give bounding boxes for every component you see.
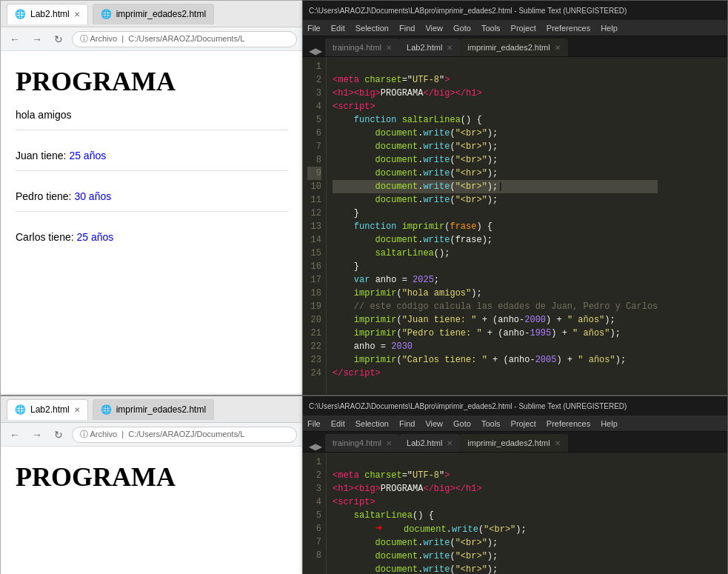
divider-1: [16, 130, 288, 130]
reload-button-top[interactable]: ↻: [51, 32, 66, 47]
page-title-top: PROGRAMA: [16, 66, 288, 97]
code-content-top: <meta charset="UTF-8"> <h1><big>PROGRAMA…: [327, 57, 664, 394]
tab-training4-top[interactable]: training4.html ✕: [325, 39, 399, 56]
carlos-line: Carlos tiene: 25 años: [16, 231, 288, 243]
sublime-tabbar-top: ◀▶ training4.html ✕ Lab2.html ✕ imprimir…: [303, 36, 727, 57]
menu-file-bottom[interactable]: File: [307, 419, 321, 428]
reload-button-bottom[interactable]: ↻: [51, 427, 66, 442]
code-content-bottom: <meta charset="UTF-8"> <h1><big>PROGRAMA…: [327, 453, 532, 574]
browser-titlebar-bottom: 🌐 Lab2.html ✕ 🌐 imprimir_edades2.html: [1, 396, 303, 423]
tab-icon-lab2: 🌐: [15, 9, 26, 19]
tab-label-lab2: Lab2.html: [30, 9, 70, 19]
menu-file-top[interactable]: File: [307, 24, 321, 33]
tab-imprimir-sublime-close-bottom[interactable]: ✕: [555, 439, 561, 447]
tab-training4-bottom[interactable]: training4.html ✕: [325, 434, 399, 452]
sublime-title-bottom: C:\Users\ARAOZJ\Documents\LABpro\imprimi…: [309, 402, 627, 410]
red-arrow-indicator: ➜: [375, 522, 383, 535]
menu-preferences-bottom[interactable]: Preferences: [547, 419, 590, 428]
sublime-menubar-top: File Edit Selection Find View Goto Tools…: [303, 20, 727, 36]
menu-find-top[interactable]: Find: [399, 24, 415, 33]
browser-addressbar-bottom: ← → ↻ ⓘ Archivo | C:/Users/ARAOZJ/Docume…: [1, 423, 303, 447]
menu-find-bottom[interactable]: Find: [399, 419, 415, 428]
sublime-menubar-bottom: File Edit Selection Find View Goto Tools…: [303, 416, 727, 432]
menu-tools-bottom[interactable]: Tools: [481, 419, 501, 428]
tab-lab2-sublime-bottom[interactable]: Lab2.html ✕: [399, 434, 460, 452]
menu-edit-bottom[interactable]: Edit: [331, 419, 345, 428]
tab-lab2-sublime-top[interactable]: Lab2.html ✕: [399, 39, 460, 56]
tab-imprimir-sublime-bottom[interactable]: imprimir_edades2.html ✕: [460, 434, 567, 452]
tab-imprimir-sublime-close[interactable]: ✕: [555, 44, 561, 52]
carlos-value: 25 años: [76, 231, 113, 243]
tab-lab2-top[interactable]: 🌐 Lab2.html ✕: [7, 4, 88, 24]
tab-training4-close-bottom[interactable]: ✕: [386, 439, 392, 447]
menu-selection-bottom[interactable]: Selection: [355, 419, 389, 428]
menu-view-bottom[interactable]: View: [425, 419, 443, 428]
tab-lab2-sublime-close-bottom[interactable]: ✕: [447, 439, 453, 447]
browser-window-top: 🌐 Lab2.html ✕ 🌐 imprimir_edades2.html ← …: [0, 0, 304, 396]
menu-preferences-top[interactable]: Preferences: [547, 24, 590, 33]
menu-goto-top[interactable]: Goto: [453, 24, 471, 33]
pedro-value: 30 años: [74, 190, 111, 202]
menu-help-bottom[interactable]: Help: [601, 419, 618, 428]
juan-line: Juan tiene: 25 años: [16, 150, 288, 161]
tab-close-lab2-bottom[interactable]: ✕: [74, 406, 80, 414]
sublime-titlebar-top: C:\Users\ARAOZJ\Documents\LABpro\imprimi…: [303, 1, 727, 20]
tab-label-imprimir: imprimir_edades2.html: [116, 9, 206, 19]
browser-addressbar-top: ← → ↻ ⓘ Archivo | C:/Users/ARAOZJ/Docume…: [1, 27, 303, 51]
pedro-line: Pedro tiene: 30 años: [16, 190, 288, 202]
tab-lab2-sublime-label-bottom: Lab2.html: [407, 438, 442, 447]
sublime-window-bottom: C:\Users\ARAOZJ\Documents\LABpro\imprimi…: [302, 395, 728, 574]
nav-arrows-bottom[interactable]: ◀▶: [306, 441, 325, 452]
menu-goto-bottom[interactable]: Goto: [453, 419, 471, 428]
nav-arrows-top[interactable]: ◀▶: [306, 46, 325, 56]
browser-window-bottom: 🌐 Lab2.html ✕ 🌐 imprimir_edades2.html ← …: [0, 395, 304, 574]
tab-training4-label-bottom: training4.html: [333, 438, 381, 447]
back-button-top[interactable]: ←: [7, 32, 23, 47]
sublime-titlebar-bottom: C:\Users\ARAOZJ\Documents\LABpro\imprimi…: [303, 396, 727, 416]
tab-icon-imprimir: 🌐: [101, 9, 112, 19]
sublime-window-top: C:\Users\ARAOZJ\Documents\LABpro\imprimi…: [302, 0, 728, 396]
line-numbers-top: 12345 678 9 1011121314 1516171819 202122…: [303, 57, 327, 394]
address-bar-bottom[interactable]: ⓘ Archivo | C:/Users/ARAOZJ/Documents/L: [72, 427, 297, 443]
tab-icon-imprimir-bottom: 🌐: [101, 404, 112, 415]
menu-project-bottom[interactable]: Project: [511, 419, 536, 428]
menu-edit-top[interactable]: Edit: [331, 24, 345, 33]
forward-button-bottom[interactable]: →: [29, 427, 45, 442]
tab-lab2-bottom[interactable]: 🌐 Lab2.html ✕: [7, 399, 88, 420]
line-numbers-bottom: 1234 5678: [303, 453, 327, 574]
hola-amigos: hola amigos: [16, 109, 288, 121]
tab-lab2-sublime-label: Lab2.html: [407, 43, 442, 52]
tab-close-lab2[interactable]: ✕: [74, 10, 80, 19]
browser-content-bottom: PROGRAMA: [1, 447, 303, 574]
menu-help-top[interactable]: Help: [601, 24, 618, 33]
divider-2: [16, 170, 288, 171]
menu-view-top[interactable]: View: [425, 24, 443, 33]
page-title-bottom: PROGRAMA: [16, 461, 288, 493]
menu-selection-top[interactable]: Selection: [355, 24, 389, 33]
tab-icon-lab2-bottom: 🌐: [15, 404, 26, 415]
tab-imprimir-sublime-top[interactable]: imprimir_edades2.html ✕: [460, 39, 567, 56]
tab-imprimir-top[interactable]: 🌐 imprimir_edades2.html: [93, 4, 214, 24]
tab-training4-label: training4.html: [333, 43, 381, 52]
sublime-tabbar-bottom: ◀▶ training4.html ✕ Lab2.html ✕ imprimir…: [303, 432, 727, 453]
tab-lab2-sublime-close[interactable]: ✕: [447, 44, 453, 52]
tab-imprimir-sublime-label: imprimir_edades2.html: [467, 43, 550, 52]
back-button-bottom[interactable]: ←: [7, 427, 23, 442]
browser-titlebar-top: 🌐 Lab2.html ✕ 🌐 imprimir_edades2.html: [1, 1, 303, 27]
sublime-code-bottom: 1234 5678 <meta charset="UTF-8"> <h1><bi…: [303, 453, 727, 574]
tab-label-lab2-bottom: Lab2.html: [30, 404, 70, 415]
divider-3: [16, 211, 288, 212]
tab-imprimir-sublime-label-bottom: imprimir_edades2.html: [467, 438, 550, 447]
tab-training4-close[interactable]: ✕: [386, 44, 392, 52]
menu-tools-top[interactable]: Tools: [481, 24, 501, 33]
tab-label-imprimir-bottom: imprimir_edades2.html: [116, 404, 206, 415]
address-bar-top[interactable]: ⓘ Archivo | C:/Users/ARAOZJ/Documents/L: [72, 31, 297, 47]
forward-button-top[interactable]: →: [29, 32, 45, 47]
browser-content-top: PROGRAMA hola amigos Juan tiene: 25 años…: [1, 51, 303, 392]
sublime-code-top: 12345 678 9 1011121314 1516171819 202122…: [303, 57, 727, 394]
juan-value: 25 años: [69, 150, 106, 161]
sublime-title-top: C:\Users\ARAOZJ\Documents\LABpro\imprimi…: [309, 7, 627, 15]
tab-imprimir-bottom[interactable]: 🌐 imprimir_edades2.html: [93, 399, 214, 420]
menu-project-top[interactable]: Project: [511, 24, 536, 33]
